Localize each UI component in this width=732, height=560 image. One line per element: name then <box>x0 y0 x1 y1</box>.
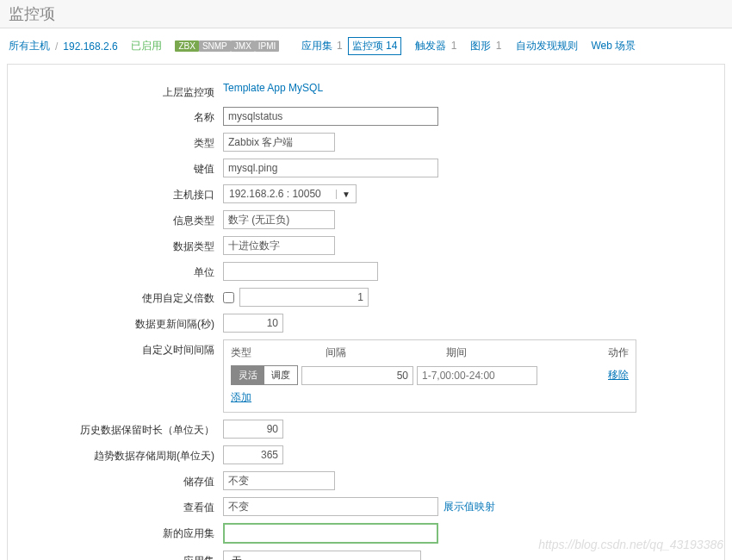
view-label: 查看值 <box>25 497 223 515</box>
toggle-scheduling[interactable]: 调度 <box>264 366 297 384</box>
badge-snmp: SNMP <box>199 40 231 52</box>
toggle-flexible[interactable]: 灵活 <box>232 366 264 384</box>
trend-label: 趋势数据存储周期(单位天) <box>25 445 223 464</box>
tab-items[interactable]: 监控项 14 <box>348 37 402 55</box>
interval-input[interactable] <box>223 314 283 333</box>
history-label: 历史数据保留时长（单位天） <box>25 420 223 438</box>
ih-action: 动作 <box>575 345 629 360</box>
hostif-value: 192.168.2.6 : 10050 <box>224 185 336 202</box>
interval-row: 灵活 调度 移除 <box>231 365 629 385</box>
protocol-badges: ZBX SNMP JMX IPMI <box>175 40 279 52</box>
info-select[interactable] <box>223 210 335 229</box>
newapp-label: 新的应用集 <box>25 523 223 541</box>
trend-input[interactable] <box>223 445 283 464</box>
tab-graphs[interactable]: 图形 1 <box>470 39 501 53</box>
hostif-select[interactable]: 192.168.2.6 : 10050 ▼ <box>223 184 357 203</box>
key-input[interactable] <box>223 159 438 177</box>
custom-interval-label: 自定义时间间隔 <box>25 339 223 358</box>
unit-input[interactable] <box>223 262 378 281</box>
type-select[interactable] <box>223 133 335 152</box>
info-label: 信息类型 <box>25 210 223 228</box>
status-enabled: 已启用 <box>131 39 162 53</box>
store-select[interactable] <box>223 471 335 490</box>
key-label: 键值 <box>25 159 223 177</box>
type-label: 类型 <box>25 133 223 151</box>
newapp-input[interactable] <box>223 523 438 544</box>
tab-apps[interactable]: 应用集 1 <box>301 39 343 53</box>
badge-zbx: ZBX <box>175 40 198 52</box>
apps-label: 应用集 <box>25 551 223 560</box>
form-container: 上层监控项 Template App MySQL 名称 类型 键值 主机接口 1… <box>7 64 725 560</box>
mult-input <box>239 288 369 307</box>
apps-option-none[interactable]: -无- <box>226 553 419 560</box>
interval-value-input[interactable] <box>301 366 413 385</box>
watermark: https://blog.csdn.net/qq_43193386 <box>538 538 723 551</box>
tab-triggers[interactable]: 触发器 1 <box>415 39 456 53</box>
breadcrumb: 所有主机 / 192.168.2.6 已启用 ZBX SNMP JMX IPMI… <box>0 28 732 64</box>
ih-type: 类型 <box>231 345 326 360</box>
ih-period: 期间 <box>446 345 575 360</box>
tab-discovery[interactable]: 自动发现规则 <box>516 39 578 53</box>
interval-period-input[interactable] <box>417 366 537 385</box>
mult-label: 使用自定义倍数 <box>25 288 223 306</box>
hostif-label: 主机接口 <box>25 184 223 202</box>
breadcrumb-all-hosts[interactable]: 所有主机 <box>9 39 50 53</box>
badge-ipmi: IPMI <box>255 40 280 52</box>
interval-toggle[interactable]: 灵活 调度 <box>231 365 298 385</box>
tab-web[interactable]: Web 场景 <box>592 39 636 53</box>
ih-interval: 间隔 <box>326 345 446 360</box>
breadcrumb-sep: / <box>55 40 58 53</box>
interval-add-link[interactable]: 添加 <box>231 391 251 403</box>
name-input[interactable] <box>223 107 438 126</box>
data-label: 数据类型 <box>25 236 223 254</box>
chevron-down-icon: ▼ <box>336 190 356 199</box>
parent-label: 上层监控项 <box>25 82 223 100</box>
breadcrumb-host-ip[interactable]: 192.168.2.6 <box>63 40 117 53</box>
name-label: 名称 <box>25 107 223 125</box>
valuemap-link[interactable]: 展示值映射 <box>444 500 495 514</box>
store-label: 储存值 <box>25 471 223 489</box>
interval-header: 类型 间隔 期间 动作 <box>231 345 629 360</box>
badge-jmx: JMX <box>231 40 255 52</box>
page-title: 监控项 <box>0 0 732 28</box>
interval-remove-link[interactable]: 移除 <box>608 368 629 383</box>
mult-checkbox[interactable] <box>223 292 234 303</box>
unit-label: 单位 <box>25 262 223 280</box>
view-select[interactable] <box>223 497 438 516</box>
parent-value-link[interactable]: Template App MySQL <box>223 82 323 94</box>
apps-listbox[interactable]: -无- MySQL <box>223 551 421 560</box>
interval-box: 类型 间隔 期间 动作 灵活 调度 移除 添加 <box>223 339 636 413</box>
data-select[interactable] <box>223 236 335 255</box>
interval-label: 数据更新间隔(秒) <box>25 314 223 332</box>
history-input[interactable] <box>223 420 283 439</box>
